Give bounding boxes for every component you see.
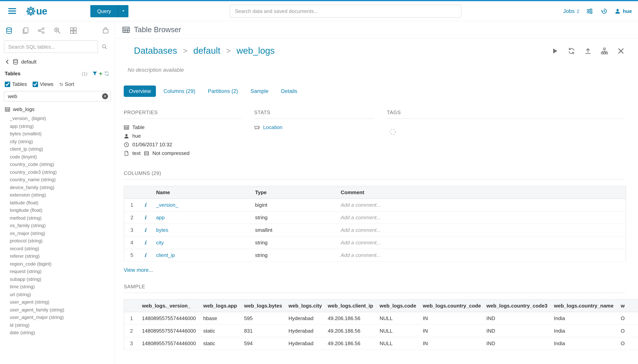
sidebar-column-item[interactable]: latitude (float) [10, 199, 115, 207]
filter-funnel-button[interactable] [91, 70, 98, 77]
columns-table-row[interactable]: 5 i client_ip string Add a comment... [124, 249, 626, 262]
sample-header-cell[interactable]: web_logs.code [376, 300, 420, 312]
sidebar-column-item[interactable]: user_agent_family (string) [10, 306, 115, 314]
column-name-link[interactable]: city [156, 240, 164, 246]
columns-table-row[interactable]: 3 i bytes smallint Add a comment... [124, 224, 626, 236]
column-comment[interactable]: Add a comment... [338, 224, 626, 236]
tab-partitions[interactable]: Partitions (2) [203, 86, 243, 97]
sort-control[interactable]: Sort [59, 81, 74, 87]
history-button[interactable] [600, 7, 608, 15]
sample-header-cell[interactable]: web_logs._version_ [139, 300, 200, 312]
sidebar-column-item[interactable]: os_major (string) [10, 230, 115, 237]
sidebar-column-item[interactable]: time (string) [10, 283, 115, 291]
views-checkbox[interactable] [32, 82, 38, 87]
info-icon[interactable]: i [143, 202, 148, 208]
column-comment[interactable]: Add a comment... [338, 199, 626, 211]
sample-header-cell[interactable]: web_logs.country_code3 [483, 300, 551, 312]
sidebar-column-item[interactable]: _version_ (bigint) [10, 115, 115, 122]
info-icon[interactable]: i [143, 240, 148, 246]
columns-header-type[interactable]: Type [252, 186, 338, 199]
info-icon[interactable]: i [143, 252, 148, 258]
sample-header-cell[interactable] [124, 300, 139, 312]
sidebar-column-item[interactable]: user_agent (string) [10, 298, 115, 306]
sidebar-table-name[interactable]: web_logs [13, 106, 35, 112]
refresh-button[interactable] [567, 46, 576, 55]
columns-header-name[interactable]: Name [153, 186, 252, 199]
global-search-input[interactable] [230, 4, 462, 18]
hamburger-menu-button[interactable] [6, 6, 18, 16]
sample-header-cell[interactable]: web_logs.country_code [420, 300, 483, 312]
sidebar-column-item[interactable]: longitude (float) [10, 207, 115, 214]
sample-header-cell[interactable]: web_logs.country_name [551, 300, 617, 312]
column-comment[interactable]: Add a comment... [338, 236, 626, 249]
column-comment[interactable]: Add a comment... [338, 249, 626, 262]
columns-table-row[interactable]: 1 i _version_ bigint Add a comment... [124, 199, 626, 211]
location-link[interactable]: Location [263, 124, 282, 130]
sidebar-search-button[interactable] [97, 40, 111, 53]
query-dropdown-button[interactable] [118, 5, 128, 17]
relationships-button[interactable] [600, 46, 609, 55]
functions-tab-icon[interactable] [38, 27, 45, 34]
breadcrumb-current-table[interactable]: web_logs [237, 46, 275, 56]
sidebar-column-item[interactable]: client_ip (string) [10, 146, 115, 153]
sample-header-cell[interactable]: web_logs.bytes [241, 300, 285, 312]
sidebar-column-item[interactable]: record (string) [10, 245, 115, 252]
sidebar-column-item[interactable]: referer (string) [10, 252, 115, 260]
sample-header-cell[interactable]: w [617, 300, 638, 312]
breadcrumb-default-db[interactable]: default [193, 46, 220, 56]
sidebar-column-item[interactable]: date (string) [10, 329, 115, 337]
columns-header-comment[interactable]: Comment [338, 186, 626, 199]
query-button[interactable]: Query [90, 5, 118, 17]
sidebar-column-item[interactable]: subapp (string) [10, 276, 115, 283]
sidebar-column-item[interactable]: code (tinyint) [10, 153, 115, 161]
documents-tab-icon[interactable] [22, 27, 29, 34]
tab-columns[interactable]: Columns (29) [158, 86, 200, 97]
sidebar-column-item[interactable]: country_code3 (string) [10, 168, 115, 176]
tables-checkbox[interactable] [5, 82, 10, 87]
refresh-tables-button[interactable] [103, 70, 110, 77]
sample-table-scroll-area[interactable]: web_logs._version_web_logs.appweb_logs.b… [124, 299, 638, 350]
back-chevron-icon[interactable] [5, 59, 10, 64]
sample-header-cell[interactable]: web_logs.client_ip [325, 300, 376, 312]
sidebar-column-item[interactable]: app (string) [10, 122, 115, 130]
query-table-button[interactable] [551, 46, 559, 55]
column-name-link[interactable]: client_ip [156, 252, 175, 258]
sidebar-column-item[interactable]: id (string) [10, 322, 115, 329]
columns-table-row[interactable]: 2 i app string Add a comment... [124, 211, 626, 224]
sample-header-cell[interactable]: web_logs.app [200, 300, 241, 312]
database-name[interactable]: default [21, 59, 37, 65]
apps-grid-tab-icon[interactable] [70, 27, 77, 34]
sidebar-column-item[interactable]: protocol (string) [10, 237, 115, 245]
sql-tables-search-input[interactable] [4, 40, 111, 53]
table-description[interactable]: No description available [128, 67, 625, 73]
jobs-link[interactable]: Jobs 2 [563, 8, 579, 14]
sidebar-column-item[interactable]: city (string) [10, 138, 115, 146]
sidebar-column-item[interactable]: country_name (string) [10, 176, 115, 184]
column-name-link[interactable]: app [156, 214, 164, 220]
sidebar-column-item[interactable]: url (string) [10, 291, 115, 298]
sidebar-column-item[interactable]: country_code (string) [10, 161, 115, 168]
column-comment[interactable]: Add a comment... [338, 211, 626, 224]
info-icon[interactable]: i [143, 227, 148, 233]
search-assist-tab-icon[interactable] [54, 27, 61, 34]
view-more-link[interactable]: View more... [124, 267, 153, 273]
clear-filter-button[interactable]: ✕ [102, 93, 108, 99]
column-name-link[interactable]: _version_ [156, 202, 178, 208]
database-breadcrumb[interactable]: default [0, 53, 115, 67]
sidebar-column-item[interactable]: os_family (string) [10, 222, 115, 230]
columns-table-row[interactable]: 4 i city string Add a comment... [124, 236, 626, 249]
sidebar-column-item[interactable]: bytes (smallint) [10, 130, 115, 138]
user-menu[interactable]: hue [615, 8, 632, 14]
close-button[interactable] [616, 46, 625, 55]
sidebar-column-item[interactable]: user_agent_major (string) [10, 314, 115, 322]
sidebar-column-item[interactable]: region_code (bigint) [10, 260, 115, 268]
sidebar-table-web-logs[interactable]: web_logs [0, 102, 115, 114]
sidebar-column-item[interactable]: method (string) [10, 214, 115, 222]
tab-details[interactable]: Details [276, 86, 302, 97]
collections-tab-icon[interactable] [102, 27, 109, 34]
sidebar-column-item[interactable]: extension (string) [10, 192, 115, 199]
sidebar-column-item[interactable]: request (string) [10, 268, 115, 276]
info-icon[interactable]: i [143, 214, 148, 220]
breadcrumb-databases[interactable]: Databases [134, 46, 177, 56]
add-table-button[interactable]: + [98, 70, 103, 77]
